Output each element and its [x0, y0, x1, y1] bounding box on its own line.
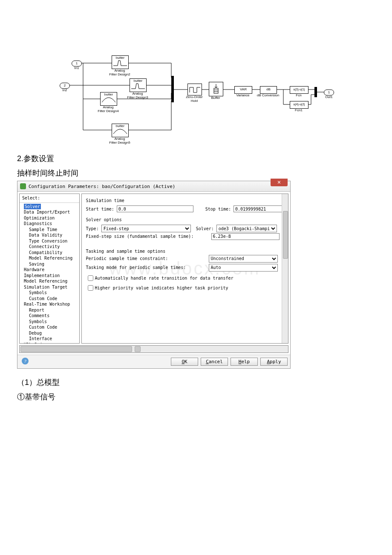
- block-text: dB: [266, 87, 271, 91]
- buffer-label: Buffer: [208, 96, 223, 100]
- port-num: 1: [76, 61, 78, 65]
- settings-pane: www.bdocx.com Simulation time Start time…: [81, 194, 288, 344]
- fss-input[interactable]: [211, 233, 280, 240]
- section-task: Tasking and sample time options: [86, 249, 284, 254]
- scrollbar-horizontal[interactable]: [19, 345, 288, 353]
- solver-select[interactable]: ode3 (Bogacki-Shampine): [216, 225, 277, 232]
- start-time-input[interactable]: [117, 205, 193, 212]
- chk-auto-rate[interactable]: [88, 275, 93, 281]
- tree-item[interactable]: HDL Coder: [21, 342, 79, 344]
- db-label: dB Conversion: [255, 94, 281, 98]
- stop-time-label: Stop time:: [205, 207, 231, 211]
- svg-rect-26: [214, 88, 218, 93]
- block-text: butter: [116, 56, 124, 60]
- tree-item[interactable]: Data Import/Export: [21, 209, 79, 215]
- tree-item[interactable]: Interface: [21, 336, 79, 342]
- block-afd3: butter: [130, 78, 147, 92]
- port-out1: 1: [324, 90, 334, 95]
- heading-params: 2.参数设置: [17, 153, 375, 164]
- afd3-label: Analog Filter Design3: [124, 92, 151, 100]
- tree-item[interactable]: Saving: [21, 261, 79, 267]
- block-variance: VAR: [234, 86, 252, 94]
- tree-item[interactable]: Compatibility: [21, 250, 79, 256]
- tree-item[interactable]: Model Referencing: [21, 278, 79, 284]
- tree-pane[interactable]: Select: Solver Data Import/Export Optimi…: [19, 194, 80, 344]
- app-icon: [20, 183, 26, 189]
- fcn-label: Fcn: [293, 94, 304, 98]
- port-in2-label: In2: [61, 89, 69, 92]
- tree-item[interactable]: Report: [21, 307, 79, 313]
- type-select[interactable]: Fixed-step: [101, 225, 191, 232]
- afd2-label: Analog Filter Design2: [107, 69, 133, 77]
- tree-item[interactable]: Model Referencing: [21, 255, 79, 261]
- start-time-label: Start time:: [86, 207, 114, 211]
- ok-button[interactable]: OK: [171, 358, 198, 366]
- tree-label: Solver: [24, 204, 41, 210]
- close-button[interactable]: [271, 179, 288, 186]
- help-button[interactable]: Help: [231, 358, 258, 366]
- tree-item[interactable]: Simulation Target: [21, 284, 79, 290]
- periodic-select[interactable]: Unconstrained: [209, 255, 278, 263]
- block-text: butter: [134, 79, 142, 83]
- afd5-label: Analog Filter Design5: [107, 137, 133, 145]
- tree-solver[interactable]: Solver: [21, 204, 79, 210]
- config-dialog: Configuration Parameters: bao/Configurat…: [17, 181, 291, 369]
- port-in2: 2: [60, 83, 70, 89]
- taskmode-label: Tasking mode for periodic sample times:: [86, 265, 186, 270]
- tree-item[interactable]: Hardware Implementation: [21, 267, 79, 278]
- afd4-label: Analog Filter Design4: [95, 106, 121, 113]
- port-in1-label: In1: [72, 66, 81, 70]
- block-afd2: butter: [112, 55, 129, 69]
- solver-label: Solver:: [196, 226, 214, 231]
- chk-priority-label: Higher priority value indicates higher t…: [95, 286, 228, 290]
- block-text: butter: [116, 124, 124, 128]
- block-text: u(3)-u(1): [293, 88, 305, 91]
- tree-item[interactable]: Data Validity: [21, 232, 79, 238]
- tree-item[interactable]: Custom Code: [21, 296, 79, 302]
- simulink-diagram: 1 In1 2 In2 butter Analog Filter Design2…: [60, 43, 332, 145]
- btn-text: K: [184, 359, 187, 364]
- chk-priority[interactable]: [88, 285, 93, 291]
- block-fcn: u(3)-u(1): [290, 86, 308, 94]
- btn-text: elp: [241, 359, 250, 364]
- scrollbar-vertical[interactable]: [282, 194, 288, 343]
- tree-item[interactable]: Custom Code: [21, 324, 79, 330]
- block-text: u(4)-u(2): [293, 103, 305, 106]
- btn-text: pply: [270, 359, 281, 364]
- heading-model: （1）总模型: [17, 377, 375, 387]
- tree-item[interactable]: Comments: [21, 313, 79, 319]
- block-db: dB: [260, 86, 277, 94]
- port-num: 1: [328, 90, 330, 94]
- section-simtime: Simulation time: [86, 198, 284, 203]
- tree-item[interactable]: Optimization: [21, 215, 79, 221]
- tree-item[interactable]: Sample Time: [21, 227, 79, 233]
- tree-item[interactable]: Symbols: [21, 319, 79, 325]
- block-text: VAR: [240, 87, 247, 91]
- help-icon[interactable]: ?: [22, 358, 29, 364]
- block-zoh: [187, 84, 202, 95]
- stop-time-input[interactable]: [233, 205, 284, 212]
- tree-item[interactable]: Diagnostics: [21, 221, 79, 227]
- tree-item[interactable]: Connectivity: [21, 244, 79, 250]
- button-bar: ? OK Cancel Help Apply: [17, 355, 290, 368]
- tree-item[interactable]: Type Conversion: [21, 238, 79, 244]
- tree-item[interactable]: Real-Time Workshop: [21, 301, 79, 307]
- apply-button[interactable]: Apply: [260, 358, 288, 366]
- fss-label: Fixed-step size (fundamental sample time…: [86, 234, 194, 239]
- block-afd5: butter: [112, 124, 129, 137]
- heading-baseband: ①基带信号: [17, 392, 375, 402]
- block-text: butter: [104, 92, 113, 96]
- block-mux2: [314, 87, 317, 97]
- taskmode-select[interactable]: Auto: [209, 264, 278, 272]
- cancel-button[interactable]: Cancel: [201, 358, 228, 366]
- block-afd4: butter: [100, 92, 117, 106]
- block-fcn1: u(4)-u(2): [290, 101, 308, 109]
- block-buffer: [209, 82, 223, 96]
- port-in1: 1: [72, 61, 82, 66]
- type-label: Type:: [86, 226, 99, 231]
- variance-label: Variance: [233, 94, 252, 98]
- block-mux: [171, 76, 174, 102]
- tree-item[interactable]: Symbols: [21, 290, 79, 296]
- port-out1-label: Out1: [324, 95, 334, 99]
- tree-item[interactable]: Debug: [21, 330, 79, 336]
